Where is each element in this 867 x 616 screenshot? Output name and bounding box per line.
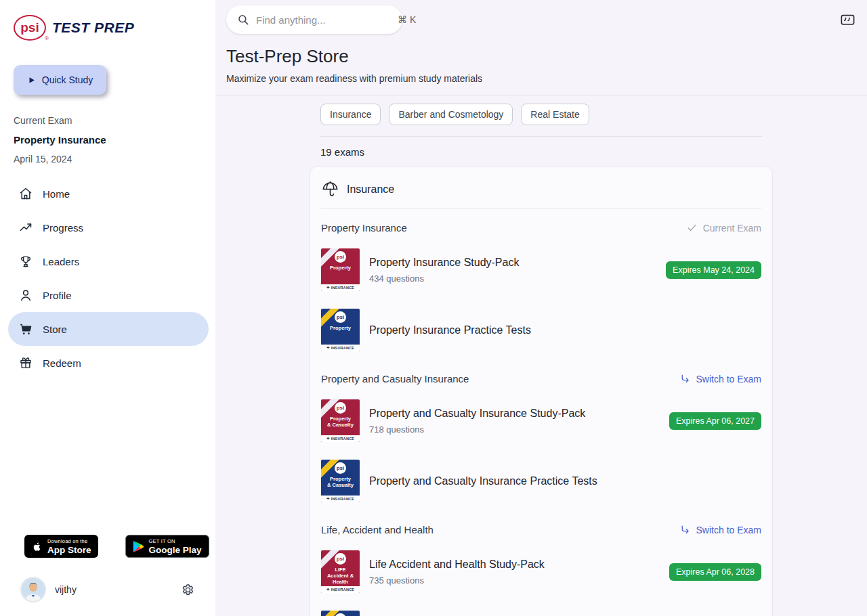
sidebar-item-profile[interactable]: Profile bbox=[8, 278, 209, 312]
cover-psi-logo: psi bbox=[335, 251, 346, 263]
check-icon bbox=[686, 222, 698, 234]
redeem-icon bbox=[19, 356, 33, 370]
sidebar-bottom: Download on the App Store GET IT ON Goog… bbox=[0, 535, 215, 616]
google-play-icon bbox=[133, 540, 144, 553]
product-title: Life Accident and Health Study-Pack bbox=[369, 558, 660, 571]
store-icon bbox=[19, 322, 33, 336]
avatar[interactable] bbox=[20, 577, 46, 602]
switch-to-exam-label: Switch to Exam bbox=[696, 374, 761, 384]
product-title: Property Insurance Study-Pack bbox=[369, 257, 656, 269]
play-icon bbox=[27, 76, 36, 85]
product-row[interactable]: psiProperty☂ INSURANCEProperty Insurance… bbox=[321, 309, 761, 351]
cover-title: Property& Casualty bbox=[321, 476, 360, 488]
section-header-life-accident-and-health: Life, Accident and HealthSwitch to Exam bbox=[321, 524, 761, 535]
product-info: Property and Casualty Insurance Study-Pa… bbox=[369, 408, 660, 435]
product-info: Property and Casualty Insurance Practice… bbox=[369, 475, 761, 487]
cover-footer: ☂ INSURANCE bbox=[321, 284, 360, 291]
google-play-badge-bottom: Google Play bbox=[149, 545, 202, 555]
topbar: ⌘ K bbox=[215, 0, 867, 34]
psi-logo: psi® bbox=[14, 15, 46, 41]
product-row[interactable]: psiProperty☂ INSURANCEProperty Insurance… bbox=[321, 248, 761, 291]
product-cover: psiProperty☂ INSURANCE bbox=[321, 248, 360, 291]
psi-logo-text: psi bbox=[20, 20, 39, 35]
cover-title: LIFEAccident & Health bbox=[321, 567, 360, 585]
switch-arrow-icon bbox=[679, 373, 691, 384]
filter-chip-insurance[interactable]: Insurance bbox=[320, 104, 381, 125]
product-questions: 718 questions bbox=[369, 424, 660, 435]
user-row: vijthy bbox=[0, 569, 215, 616]
switch-to-exam-label: Switch to Exam bbox=[696, 525, 761, 535]
cover-psi-logo: psi bbox=[335, 462, 346, 474]
leaders-icon bbox=[19, 255, 33, 268]
sidebar-item-label: Redeem bbox=[43, 357, 81, 369]
sidebar-item-home[interactable]: Home bbox=[8, 177, 209, 211]
divider bbox=[215, 95, 867, 95]
gear-icon[interactable] bbox=[181, 583, 195, 597]
product-cover: psiProperty☂ INSURANCE bbox=[321, 309, 360, 351]
profile-icon bbox=[19, 288, 33, 302]
current-exam-name: Property Insurance bbox=[14, 134, 202, 146]
section-name: Property Insurance bbox=[321, 222, 407, 234]
apple-icon bbox=[31, 540, 43, 553]
search-shortcut: ⌘ K bbox=[398, 14, 416, 25]
sidebar-item-store[interactable]: Store bbox=[8, 312, 209, 346]
category-title: Insurance bbox=[347, 183, 394, 196]
product-row[interactable]: psiProperty& Casualty☂ INSURANCEProperty… bbox=[321, 460, 761, 502]
product-cover: psiProperty& Casualty☂ INSURANCE bbox=[321, 460, 360, 502]
cover-psi-logo: psi bbox=[335, 311, 346, 323]
product-questions: 735 questions bbox=[369, 575, 660, 586]
current-exam-block: Current Exam Property Insurance April 15… bbox=[14, 115, 202, 164]
product-title: Property Insurance Practice Tests bbox=[369, 324, 761, 336]
sidebar-nav: HomeProgressLeadersProfileStoreRedeem bbox=[0, 177, 215, 380]
filter-chip-barber-and-cosmetology[interactable]: Barber and Cosmetology bbox=[389, 104, 513, 125]
app-store-badge-top: Download on the bbox=[47, 538, 91, 544]
sidebar-item-redeem[interactable]: Redeem bbox=[8, 346, 209, 380]
search-input[interactable] bbox=[256, 14, 391, 26]
current-exam-indicator: Current Exam bbox=[686, 222, 761, 234]
current-exam-date: April 15, 2024 bbox=[14, 154, 202, 164]
product-title: Property and Casualty Insurance Practice… bbox=[369, 475, 761, 487]
cover-footer: ☂ INSURANCE bbox=[321, 586, 360, 593]
switch-arrow-icon bbox=[679, 524, 691, 535]
username: vijthy bbox=[55, 584, 77, 595]
app-store-badge[interactable]: Download on the App Store bbox=[24, 535, 98, 558]
umbrella-icon bbox=[321, 180, 339, 198]
store-content: InsuranceBarber and CosmetologyReal Esta… bbox=[310, 104, 773, 616]
switch-to-exam-link[interactable]: Switch to Exam bbox=[679, 524, 761, 535]
category-card-insurance: Insurance Property InsuranceCurrent Exam… bbox=[310, 166, 773, 616]
cover-footer: ☂ INSURANCE bbox=[321, 345, 360, 351]
google-play-badge-top: GET IT ON bbox=[149, 538, 202, 544]
product-row[interactable]: psiProperty& Casualty☂ INSURANCEProperty… bbox=[321, 399, 761, 442]
exam-count: 19 exams bbox=[310, 137, 773, 166]
current-exam-indicator-label: Current Exam bbox=[703, 223, 761, 234]
sidebar-item-leaders[interactable]: Leaders bbox=[8, 244, 209, 278]
feedback-icon[interactable] bbox=[840, 12, 855, 28]
sidebar-item-label: Leaders bbox=[43, 256, 79, 267]
quick-study-button[interactable]: Quick Study bbox=[14, 65, 106, 95]
current-exam-heading: Current Exam bbox=[14, 115, 202, 126]
brand: psi® TEST PREP bbox=[14, 15, 215, 41]
filter-chips: InsuranceBarber and CosmetologyReal Esta… bbox=[310, 104, 773, 125]
product-cover: psi☂ INSURANCE bbox=[321, 611, 360, 616]
progress-icon bbox=[19, 221, 33, 234]
sidebar-item-label: Store bbox=[43, 324, 67, 335]
cover-footer: ☂ INSURANCE bbox=[321, 435, 360, 442]
page-head: Test-Prep Store Maximize your exam readi… bbox=[215, 46, 867, 84]
filter-chip-real-estate[interactable]: Real Estate bbox=[521, 104, 589, 125]
search-bar[interactable]: ⌘ K bbox=[226, 5, 402, 34]
google-play-badge[interactable]: GET IT ON Google Play bbox=[125, 535, 209, 558]
category-sections: Property InsuranceCurrent ExampsiPropert… bbox=[321, 222, 761, 616]
page-title: Test-Prep Store bbox=[226, 46, 856, 67]
sidebar-item-progress[interactable]: Progress bbox=[8, 211, 209, 244]
sidebar: psi® TEST PREP Quick Study Current Exam … bbox=[0, 0, 215, 616]
product-row-partial: psi☂ INSURANCE bbox=[321, 611, 761, 616]
search-icon bbox=[237, 14, 249, 26]
product-info: Life Accident and Health Study-Pack735 q… bbox=[369, 558, 660, 586]
section-header-property-insurance: Property InsuranceCurrent Exam bbox=[321, 222, 761, 234]
sidebar-item-label: Home bbox=[43, 188, 70, 200]
product-row[interactable]: psiLIFEAccident & Health☂ INSURANCELife … bbox=[321, 550, 761, 593]
switch-to-exam-link[interactable]: Switch to Exam bbox=[679, 373, 761, 384]
quick-study-label: Quick Study bbox=[42, 74, 93, 85]
home-icon bbox=[19, 187, 33, 200]
product-title: Property and Casualty Insurance Study-Pa… bbox=[369, 408, 660, 420]
